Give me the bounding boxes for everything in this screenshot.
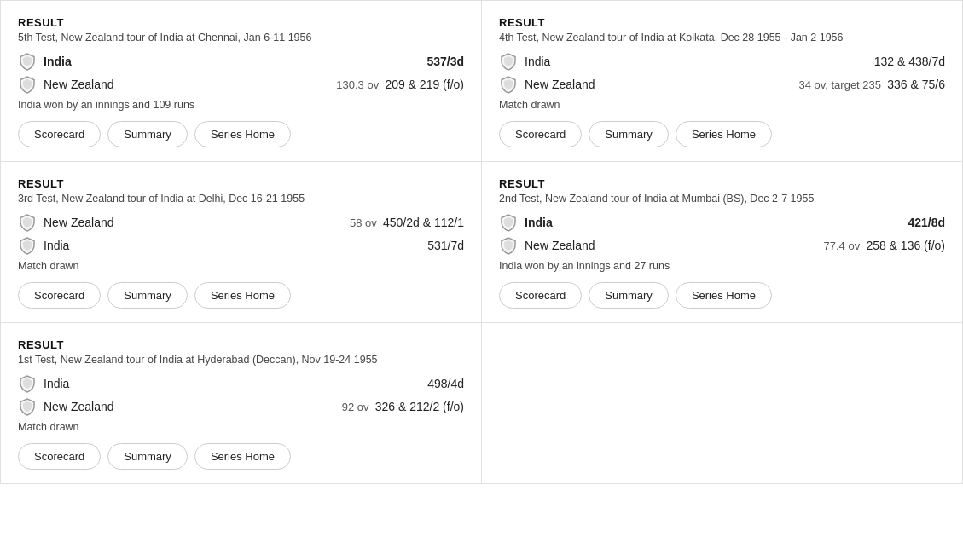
result-label: RESULT: [499, 177, 945, 190]
team2-score-detail: 34 ov, target 235: [798, 78, 887, 91]
team2-left: India: [18, 236, 69, 255]
match-card-match2: RESULT 4th Test, New Zealand tour of Ind…: [482, 1, 963, 162]
series-home-button[interactable]: Series Home: [676, 121, 772, 147]
team1-left: India: [499, 213, 553, 232]
team1-name: India: [525, 55, 550, 68]
scorecard-button[interactable]: Scorecard: [18, 282, 101, 309]
team1-left: New Zealand: [18, 213, 114, 232]
scorecard-button[interactable]: Scorecard: [18, 121, 101, 147]
team2-name: New Zealand: [525, 78, 595, 91]
match-card-match5: RESULT 1st Test, New Zealand tour of Ind…: [1, 323, 482, 484]
team2-scores: 34 ov, target 235 336 & 75/6: [798, 78, 945, 91]
summary-button[interactable]: Summary: [589, 121, 669, 147]
match-info: 5th Test, New Zealand tour of India at C…: [18, 32, 464, 43]
team1-scores: 132 & 438/7d: [874, 55, 945, 68]
matches-grid: RESULT 5th Test, New Zealand tour of Ind…: [0, 0, 963, 484]
team2-name: New Zealand: [44, 400, 114, 413]
team2-shield-icon: [18, 397, 37, 416]
team1-row: India 132 & 438/7d: [499, 52, 945, 71]
team2-row: India 531/7d: [18, 236, 464, 255]
summary-button[interactable]: Summary: [107, 282, 188, 309]
result-label: RESULT: [18, 338, 464, 351]
team2-name: India: [44, 239, 69, 252]
match-card-match4: RESULT 2nd Test, New Zealand tour of Ind…: [482, 162, 963, 323]
team1-shield-icon: [18, 374, 37, 393]
team2-left: New Zealand: [18, 75, 114, 94]
result-label: RESULT: [18, 177, 464, 190]
series-home-button[interactable]: Series Home: [194, 443, 291, 470]
team2-shield-icon: [18, 75, 37, 94]
match-result-text: India won by an innings and 27 runs: [499, 260, 945, 272]
team1-left: India: [18, 52, 72, 71]
team2-left: New Zealand: [499, 236, 595, 255]
team1-shield-icon: [499, 52, 518, 71]
team2-scores: 130.3 ov 209 & 219 (f/o): [336, 78, 464, 91]
match-result-text: Match drawn: [499, 99, 945, 111]
series-home-button[interactable]: Series Home: [676, 282, 772, 309]
button-row: ScorecardSummarySeries Home: [499, 282, 945, 309]
team1-left: India: [18, 374, 69, 393]
team1-score: 498/4d: [427, 377, 464, 390]
team2-score-detail: 130.3 ov: [336, 78, 385, 91]
team2-row: New Zealand 130.3 ov 209 & 219 (f/o): [18, 75, 464, 94]
team2-shield-icon: [499, 236, 518, 255]
team1-row: New Zealand 58 ov 450/2d & 112/1: [18, 213, 464, 232]
team2-shield-icon: [499, 75, 518, 94]
team2-score: 336 & 75/6: [887, 78, 945, 91]
team2-score-detail: 77.4 ov: [824, 240, 867, 252]
scorecard-button[interactable]: Scorecard: [499, 121, 582, 147]
team1-score-detail: 58 ov: [350, 216, 383, 229]
result-label: RESULT: [499, 16, 945, 29]
team1-name: New Zealand: [44, 216, 114, 229]
series-home-button[interactable]: Series Home: [194, 282, 291, 309]
team1-shield-icon: [499, 213, 518, 232]
team2-row: New Zealand 77.4 ov 258 & 136 (f/o): [499, 236, 945, 255]
team1-scores: 58 ov 450/2d & 112/1: [350, 216, 464, 229]
team1-shield-icon: [18, 213, 37, 232]
team2-score: 258 & 136 (f/o): [866, 239, 945, 252]
team1-score: 450/2d & 112/1: [383, 216, 464, 229]
summary-button[interactable]: Summary: [107, 443, 188, 470]
match-result-text: Match drawn: [18, 421, 464, 433]
summary-button[interactable]: Summary: [589, 282, 669, 309]
match-info: 4th Test, New Zealand tour of India at K…: [499, 32, 945, 43]
scorecard-button[interactable]: Scorecard: [18, 443, 101, 470]
team2-score: 531/7d: [427, 239, 464, 252]
team1-shield-icon: [18, 52, 37, 71]
team1-name: India: [44, 377, 69, 390]
team1-scores: 537/3d: [426, 55, 464, 68]
team1-name: India: [44, 55, 72, 68]
match-card-match1: RESULT 5th Test, New Zealand tour of Ind…: [1, 1, 482, 162]
team1-score: 132 & 438/7d: [874, 55, 945, 68]
team1-row: India 537/3d: [18, 52, 464, 71]
match-info: 3rd Test, New Zealand tour of India at D…: [18, 193, 464, 205]
team2-score-detail: 92 ov: [342, 401, 375, 413]
team1-left: India: [499, 52, 550, 71]
scorecard-button[interactable]: Scorecard: [499, 282, 582, 309]
team2-left: New Zealand: [499, 75, 595, 94]
summary-button[interactable]: Summary: [107, 121, 188, 147]
team2-shield-icon: [18, 236, 37, 255]
team2-name: New Zealand: [44, 78, 114, 91]
team2-row: New Zealand 34 ov, target 235 336 & 75/6: [499, 75, 945, 94]
match-info: 2nd Test, New Zealand tour of India at M…: [499, 193, 945, 205]
team1-row: India 421/8d: [499, 213, 945, 232]
match-card-match3: RESULT 3rd Test, New Zealand tour of Ind…: [1, 162, 482, 323]
series-home-button[interactable]: Series Home: [194, 121, 291, 147]
team1-scores: 421/8d: [908, 216, 945, 229]
team1-row: India 498/4d: [18, 374, 464, 393]
match-result-text: Match drawn: [18, 260, 464, 272]
team2-name: New Zealand: [525, 239, 595, 252]
match-info: 1st Test, New Zealand tour of India at H…: [18, 354, 464, 366]
team1-scores: 498/4d: [427, 377, 464, 390]
team2-left: New Zealand: [18, 397, 114, 416]
empty-card: [482, 323, 963, 484]
team1-name: India: [525, 216, 553, 229]
button-row: ScorecardSummarySeries Home: [18, 282, 464, 309]
button-row: ScorecardSummarySeries Home: [499, 121, 945, 147]
team2-scores: 531/7d: [427, 239, 464, 252]
button-row: ScorecardSummarySeries Home: [18, 443, 464, 470]
team2-scores: 77.4 ov 258 & 136 (f/o): [824, 239, 946, 252]
team2-score: 209 & 219 (f/o): [385, 78, 464, 91]
result-label: RESULT: [18, 16, 464, 29]
